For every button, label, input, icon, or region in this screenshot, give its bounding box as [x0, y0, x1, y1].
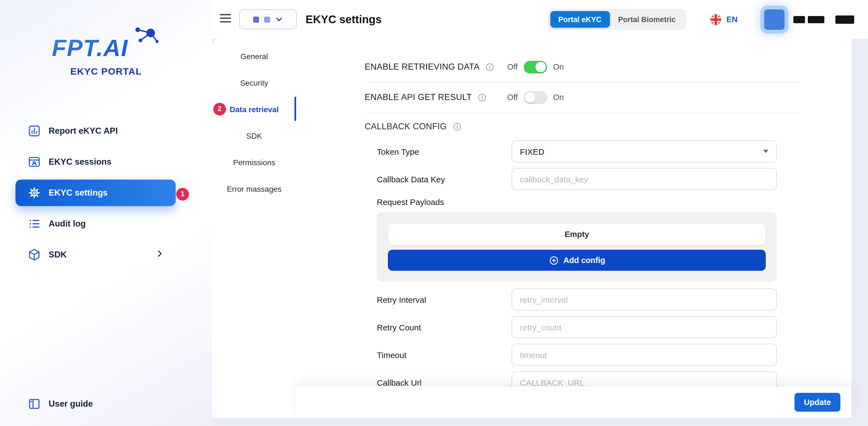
tab-permissions[interactable]: Permissions	[212, 149, 296, 176]
redacted-text-bar	[808, 16, 824, 23]
language-selector[interactable]: EN	[709, 13, 738, 26]
page-title: EKYC settings	[306, 13, 382, 26]
package-box-icon	[28, 248, 41, 261]
update-button[interactable]: Update	[795, 393, 840, 412]
token-type-row: Token Type FIXED	[377, 140, 851, 162]
callback-config-heading: CALLBACK CONFIG	[365, 120, 851, 132]
enable-retrieving-data-row: ENABLE RETRIEVING DATA Off On	[365, 52, 800, 82]
enable-api-get-result-toggle[interactable]	[524, 91, 547, 103]
request-payloads-label-row: Request Payloads	[377, 195, 851, 208]
add-config-button[interactable]: Add config	[388, 250, 766, 271]
gear-icon	[28, 186, 41, 200]
request-payloads-panel: Empty Add config	[377, 212, 777, 282]
sidebar-item-report-ekyc-api[interactable]: Report eKYC API	[16, 118, 176, 144]
list-icon	[28, 217, 41, 231]
sidebar-item-audit-log[interactable]: Audit log	[16, 211, 176, 237]
guide-book-icon	[28, 397, 41, 410]
info-icon[interactable]	[452, 122, 462, 131]
logo-text: FPT.AI	[52, 35, 128, 61]
app-tile-icon	[264, 16, 270, 22]
ekyc-portal-app: FPT.AI EKYC PORTAL Report eKYC API	[0, 0, 868, 426]
tab-error-massages[interactable]: Error massages	[212, 176, 296, 202]
retry-interval-row: Retry Interval	[377, 288, 851, 310]
retry-interval-input[interactable]	[512, 288, 777, 310]
retry-count-input[interactable]	[512, 316, 777, 338]
toggle-off-label: Off	[507, 62, 518, 71]
settings-panel: General Security Data retrieval SDK Perm…	[212, 39, 851, 418]
select-value: FIXED	[520, 147, 544, 156]
form-footer: Update	[296, 387, 851, 418]
tab-security[interactable]: Security	[212, 70, 296, 96]
brand-logo: FPT.AI EKYC PORTAL	[0, 24, 212, 78]
sidebar-item-label: EKYC settings	[49, 188, 108, 198]
field-label: Token Type	[377, 147, 512, 156]
redacted-text-bar	[835, 15, 854, 24]
data-retrieval-content: ENABLE RETRIEVING DATA Off On	[296, 39, 851, 418]
language-code: EN	[726, 15, 738, 24]
tab-general[interactable]: General	[212, 43, 296, 70]
info-icon[interactable]	[477, 93, 487, 102]
sidebar-item-ekyc-settings[interactable]: EKYC settings	[16, 180, 176, 206]
field-label: Callback Data Key	[377, 174, 512, 184]
sidebar-item-label: SDK	[49, 250, 67, 260]
timeout-row: Timeout	[377, 344, 851, 366]
setting-label: ENABLE API GET RESULT	[365, 92, 472, 102]
sidebar-item-ekyc-sessions[interactable]: EKYC sessions	[16, 149, 176, 175]
sidebar-item-sdk[interactable]: SDK	[16, 241, 176, 268]
sidebar-item-label: EKYC sessions	[49, 157, 111, 167]
field-label: Retry Interval	[377, 295, 512, 304]
sidebar-footer: User guide	[0, 391, 212, 417]
chevron-down-icon	[275, 16, 283, 23]
toggle-off-label: Off	[507, 93, 518, 102]
sidebar-item-label: Audit log	[49, 219, 86, 229]
field-label: Retry Count	[377, 323, 512, 332]
notification-badge: 2	[213, 103, 226, 116]
tab-sdk[interactable]: SDK	[212, 123, 296, 149]
sidebar: FPT.AI EKYC PORTAL Report eKYC API	[0, 0, 212, 426]
info-icon[interactable]	[485, 62, 495, 71]
setting-label: ENABLE RETRIEVING DATA	[365, 62, 479, 72]
field-label: Request Payloads	[377, 197, 512, 206]
toggle-on-label: On	[553, 93, 564, 102]
avatar[interactable]	[764, 9, 784, 30]
redacted-text-bar	[794, 16, 805, 23]
sessions-window-icon	[28, 155, 41, 169]
uk-flag-icon	[709, 13, 722, 26]
caret-down-icon	[763, 150, 769, 153]
notification-badge: 1	[176, 188, 189, 201]
app-tile-icon	[253, 16, 259, 22]
hamburger-menu-icon[interactable]	[219, 12, 231, 27]
main-area: General Security Data retrieval SDK Perm…	[212, 39, 868, 426]
fpt-ai-logo-icon: FPT.AI	[50, 24, 162, 64]
brand-subtitle: EKYC PORTAL	[0, 66, 212, 78]
enable-retrieving-data-toggle[interactable]	[524, 61, 547, 73]
field-label: Callback Url	[377, 378, 512, 387]
toggle-knob	[535, 62, 546, 72]
payloads-empty-state: Empty	[388, 223, 766, 245]
section-title: CALLBACK CONFIG	[365, 122, 447, 131]
toggle-on-label: On	[553, 62, 564, 71]
callback-data-key-row: Callback Data Key	[377, 168, 851, 190]
enable-api-get-result-row: ENABLE API GET RESULT Off On	[365, 82, 800, 113]
active-tab-indicator	[294, 97, 296, 121]
timeout-input[interactable]	[512, 344, 777, 366]
chevron-right-icon	[155, 249, 165, 261]
sidebar-item-user-guide[interactable]: User guide	[16, 391, 176, 417]
user-account-area	[764, 9, 854, 30]
bar-chart-icon	[28, 124, 41, 138]
app-switcher-dropdown[interactable]	[239, 9, 297, 29]
plus-circle-icon	[548, 255, 559, 266]
portal-ekyc-button[interactable]: Portal eKYC	[550, 11, 610, 28]
token-type-select[interactable]: FIXED	[512, 140, 777, 162]
portal-biometric-button[interactable]: Portal Biometric	[610, 11, 684, 28]
sidebar-item-label: Report eKYC API	[49, 126, 118, 136]
top-header: EKYC settings Portal eKYC Portal Biometr…	[212, 0, 868, 39]
toggle-knob	[525, 92, 535, 102]
add-config-label: Add config	[563, 256, 605, 265]
callback-data-key-input[interactable]	[512, 168, 777, 190]
portal-mode-switch: Portal eKYC Portal Biometric	[548, 9, 686, 30]
retry-count-row: Retry Count	[377, 316, 851, 338]
sidebar-item-label: User guide	[49, 399, 93, 409]
settings-nav: General Security Data retrieval SDK Perm…	[212, 39, 296, 418]
field-label: Timeout	[377, 350, 512, 359]
